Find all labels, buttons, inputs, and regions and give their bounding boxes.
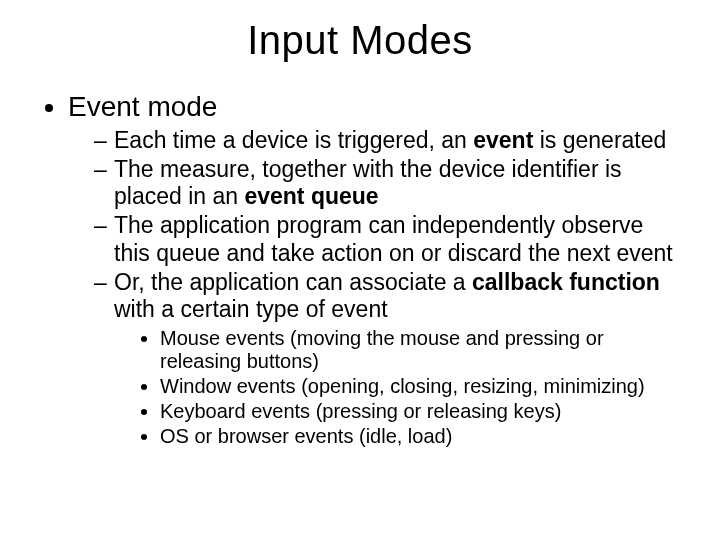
slide: Input Modes Event mode Each time a devic… bbox=[0, 0, 720, 540]
list-item: The measure, together with the device id… bbox=[94, 156, 680, 210]
bold-text: event bbox=[473, 127, 533, 153]
text-run: Each time a device is triggered, an bbox=[114, 127, 473, 153]
list-item: The application program can independentl… bbox=[94, 212, 680, 266]
text-run: Or, the application can associate a bbox=[114, 269, 472, 295]
text-run: Keyboard events (pressing or releasing k… bbox=[160, 400, 561, 422]
list-item: OS or browser events (idle, load) bbox=[160, 425, 680, 448]
bullet-list-level1: Event mode Each time a device is trigger… bbox=[40, 91, 680, 448]
bold-text: callback function bbox=[472, 269, 660, 295]
list-item: Event mode Each time a device is trigger… bbox=[68, 91, 680, 448]
text-run: with a certain type of event bbox=[114, 296, 388, 322]
bullet-list-level3: Mouse events (moving the mouse and press… bbox=[114, 327, 680, 448]
list-item: Window events (opening, closing, resizin… bbox=[160, 375, 680, 398]
list-item: Mouse events (moving the mouse and press… bbox=[160, 327, 680, 373]
text-run: The application program can independentl… bbox=[114, 212, 673, 265]
list-item: Or, the application can associate a call… bbox=[94, 269, 680, 448]
bold-text: event queue bbox=[244, 183, 378, 209]
slide-title: Input Modes bbox=[40, 18, 680, 63]
text-run: OS or browser events (idle, load) bbox=[160, 425, 452, 447]
text-run: is generated bbox=[533, 127, 666, 153]
text-run: Window events (opening, closing, resizin… bbox=[160, 375, 645, 397]
text-run: Mouse events (moving the mouse and press… bbox=[160, 327, 604, 372]
list-item: Keyboard events (pressing or releasing k… bbox=[160, 400, 680, 423]
level1-text: Event mode bbox=[68, 91, 217, 122]
bullet-list-level2: Each time a device is triggered, an even… bbox=[68, 127, 680, 448]
list-item: Each time a device is triggered, an even… bbox=[94, 127, 680, 154]
